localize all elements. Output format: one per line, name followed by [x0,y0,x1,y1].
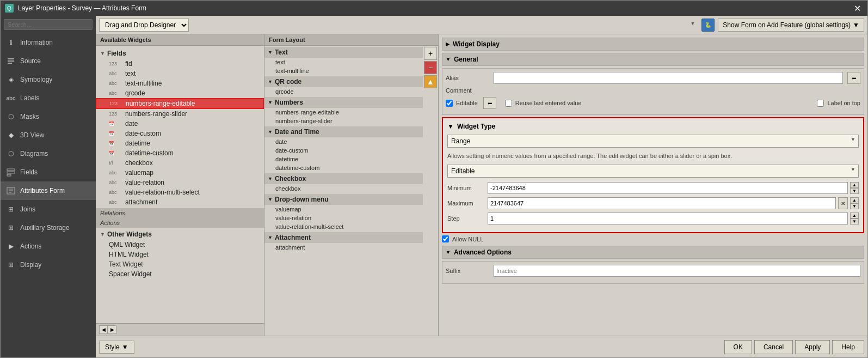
apply-button[interactable]: Apply [795,340,830,354]
sidebar-item-auxiliary-storage[interactable]: ⊞ Auxiliary Storage [1,219,96,237]
close-button[interactable]: ✕ [852,3,863,14]
scroll-left-button[interactable]: ◀ [99,325,108,334]
widget-display-header[interactable]: ▶ Widget Display [442,38,864,51]
field-numbers-range-slider[interactable]: 123 numbers-range-slider [96,109,264,119]
form-item-numbers-range-slider[interactable]: numbers-range-slider [264,117,423,125]
sidebar-item-labels[interactable]: abc Labels [1,89,96,107]
form-group-dropdown-header[interactable]: ▼ Drop-down menu [264,194,423,205]
form-item-datetime[interactable]: datetime [264,155,423,163]
minimum-spin-up[interactable]: ▲ [850,182,859,188]
sidebar-item-information[interactable]: ℹ Information [1,33,96,52]
scroll-right-button[interactable]: ▶ [108,325,116,334]
app-icon: Q [5,4,14,13]
python-button[interactable]: 🐍 [701,19,715,32]
general-header[interactable]: ▼ General [442,53,864,66]
editable-checkbox[interactable] [446,100,453,107]
cancel-button[interactable]: Cancel [754,340,793,354]
remove-button[interactable]: − [424,61,437,74]
sidebar-item-symbology[interactable]: ◈ Symbology [1,70,96,89]
title-bar: Q Layer Properties - Survey — Attributes… [1,1,867,16]
add-group-button[interactable]: + [424,47,437,60]
fields-root[interactable]: ▼ Fields [96,48,264,59]
field-valuemap[interactable]: abc valuemap [96,168,264,178]
other-qml-widget[interactable]: QML Widget [96,240,264,250]
advanced-options-header[interactable]: ▼ Advanced Options [442,246,864,259]
field-text-multiline[interactable]: abc text-multiline [96,78,264,88]
maximum-spin-up[interactable]: ▲ [850,197,859,203]
form-item-value-relation-multi[interactable]: value-relation-multi-select [264,222,423,231]
relations-section[interactable]: Relations [96,208,264,218]
field-date-custom[interactable]: 📅 date-custom [96,129,264,138]
form-item-date-custom[interactable]: date-custom [264,146,423,155]
label-on-top-checkbox[interactable] [817,100,824,107]
search-input[interactable] [4,19,93,30]
step-spin-down[interactable]: ▼ [850,219,859,224]
maximum-spin-down[interactable]: ▼ [850,203,859,209]
alias-input[interactable] [494,72,843,84]
form-item-checkbox[interactable]: checkbox [264,184,423,193]
sidebar-item-source[interactable]: Source [1,52,96,70]
sidebar-item-joins[interactable]: ⊞ Joins [1,200,96,219]
field-checkbox[interactable]: t/f checkbox [96,158,264,168]
form-item-numbers-range-editable[interactable]: numbers-range-editable [264,108,423,117]
field-value-relation[interactable]: abc value-relation [96,178,264,187]
sidebar-item-masks[interactable]: ⬡ Masks [1,107,96,126]
type-badge-text: abc [109,71,122,76]
sidebar-item-fields[interactable]: Fields [1,163,96,181]
form-group-checkbox-header[interactable]: ▼ Checkbox [264,173,423,184]
form-group-attachment-header[interactable]: ▼ Attachment [264,232,423,243]
form-group-datetime-header[interactable]: ▼ Date and Time [264,126,423,137]
field-qrcode[interactable]: abc qrcode [96,88,264,98]
minimum-spin-down[interactable]: ▼ [850,188,859,194]
maximum-clear-button[interactable]: ✕ [838,197,848,209]
field-date[interactable]: 📅 date [96,119,264,129]
form-item-valuemap[interactable]: valuemap [264,205,423,214]
form-item-date[interactable]: date [264,137,423,146]
form-group-text-header[interactable]: ▼ Text [264,47,423,58]
form-item-datetime-custom[interactable]: datetime-custom [264,163,423,172]
field-text[interactable]: abc text [96,69,264,78]
alias-copy-button[interactable]: ⬅ [847,72,860,84]
form-item-text[interactable]: text [264,58,423,66]
field-value-relation-multi[interactable]: abc value-relation-multi-select [96,187,264,197]
other-spacer-widget[interactable]: Spacer Widget [96,269,264,279]
sidebar-item-actions[interactable]: ▶ Actions [1,237,96,256]
widget-type-select[interactable]: Range [447,135,859,148]
form-item-attachment[interactable]: attachment [264,243,423,252]
form-item-qrcode[interactable]: qrcode [264,87,423,96]
form-item-text-multiline[interactable]: text-multiline [264,66,423,75]
form-group-numbers-header[interactable]: ▼ Numbers [264,97,423,108]
ok-button[interactable]: OK [724,340,752,354]
step-spin-up[interactable]: ▲ [850,213,859,219]
reuse-checkbox[interactable] [505,100,512,107]
maximum-input[interactable] [488,197,836,209]
actions-section[interactable]: Actions [96,218,264,228]
field-numbers-range-editable[interactable]: 123 numbers-range-editable [96,98,264,109]
other-text-widget[interactable]: Text Widget [96,259,264,269]
editable-select-wrapper: Editable [447,165,859,182]
labels-icon: abc [6,93,16,103]
minimum-input[interactable] [488,182,848,194]
allow-null-checkbox[interactable] [442,235,449,242]
other-html-widget[interactable]: HTML Widget [96,250,264,259]
sidebar-item-3dview[interactable]: ◆ 3D View [1,126,96,144]
show-form-button[interactable]: Show Form on Add Feature (global setting… [718,19,864,32]
suffix-input[interactable] [494,265,860,277]
help-button[interactable]: Help [832,340,864,354]
designer-select[interactable]: Drag and Drop Designer [99,19,189,32]
move-up-button[interactable]: ▲ [424,75,437,88]
editable-type-select[interactable]: Editable [447,165,859,178]
sidebar-item-diagrams[interactable]: ⬡ Diagrams [1,144,96,163]
sidebar-item-attributes-form[interactable]: Attributes Form [1,181,96,200]
form-group-qrcode-header[interactable]: ▼ QR code [264,76,423,87]
field-fid[interactable]: 123 fid [96,59,264,69]
other-widgets-root[interactable]: ▼ Other Widgets [96,229,264,240]
form-item-value-relation[interactable]: value-relation [264,214,423,222]
field-datetime[interactable]: 📅 datetime [96,138,264,148]
style-button[interactable]: Style ▼ [99,341,134,354]
field-attachment[interactable]: abc attachment [96,197,264,207]
sidebar-item-display[interactable]: ⊞ Display [1,256,96,274]
step-input[interactable] [488,213,848,224]
field-datetime-custom[interactable]: 📅 datetime-custom [96,148,264,158]
editable-copy-button[interactable]: ⬅ [483,97,496,109]
